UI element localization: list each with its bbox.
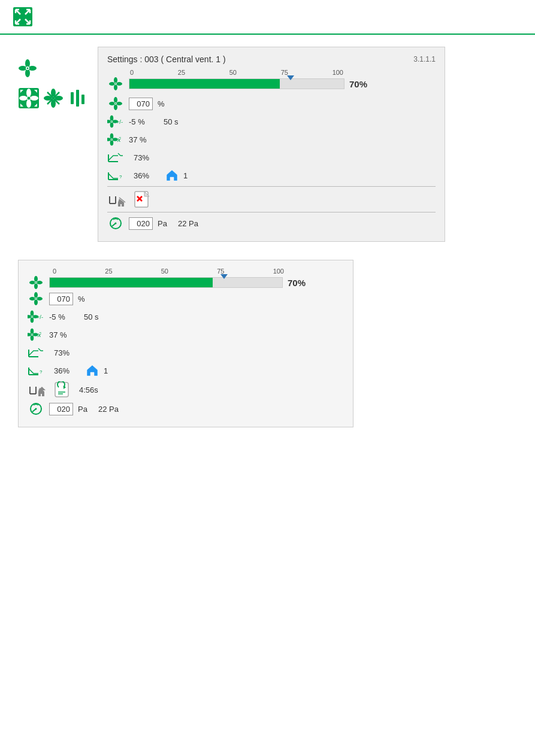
pressure-row: 020 Pa 22 Pa <box>107 216 436 230</box>
bottom-house-icon <box>86 364 99 377</box>
bottom-ramp-down-row: ? 36% 1 <box>28 363 344 378</box>
svg-point-119 <box>28 333 32 336</box>
svg-point-52 <box>116 102 122 105</box>
bottom-scale-50: 50 <box>161 268 168 275</box>
svg-point-104 <box>29 297 35 300</box>
pressure-actual: 22 Pa <box>178 219 198 228</box>
bottom-setpoint-input[interactable]: 070 <box>49 293 73 305</box>
svg-point-106 <box>35 298 37 299</box>
timer-icon <box>54 381 72 398</box>
svg-point-54 <box>109 102 115 105</box>
svg-point-102 <box>37 297 43 300</box>
svg-point-97 <box>29 281 35 284</box>
svg-point-26 <box>28 97 31 100</box>
svg-text:+/-: +/- <box>37 314 43 320</box>
bottom-pressure-row: 020 Pa 22 Pa <box>28 402 344 416</box>
svg-text:x̄: x̄ <box>37 332 42 338</box>
svg-line-75 <box>118 153 120 156</box>
bottom-pressure-input[interactable]: 020 <box>49 403 73 415</box>
svg-point-101 <box>34 292 38 298</box>
bottom-average-label: 37 % <box>49 330 67 339</box>
ramp-down-row: ? 36% 1 <box>107 168 436 183</box>
settings-header: Settings : 003 ( Central vent. 1 ) 3.1.1… <box>107 54 436 64</box>
settings-progress-bar <box>129 78 344 89</box>
settings-panel: Settings : 003 ( Central vent. 1 ) 3.1.1… <box>98 47 445 242</box>
bottom-timer-label: 4:56s <box>79 385 98 394</box>
svg-point-121 <box>32 334 33 335</box>
svg-point-118 <box>31 335 34 341</box>
bottom-progress-label: 70% <box>288 278 312 288</box>
svg-point-108 <box>31 311 34 316</box>
svg-line-125 <box>38 348 41 351</box>
svg-point-23 <box>30 96 38 101</box>
bottom-ramp-up-row: 73% <box>28 345 344 360</box>
pressure-setpoint-unit: Pa <box>158 219 167 228</box>
svg-point-56 <box>115 103 116 104</box>
deviation-time: 50 s <box>164 117 179 126</box>
svg-point-22 <box>26 89 31 97</box>
svg-text:?: ? <box>119 174 122 180</box>
bottom-deviation-time: 50 s <box>84 312 99 321</box>
progress-row: 70% <box>107 77 436 90</box>
bottom-fan-icon <box>28 276 44 289</box>
bottom-scale-100: 100 <box>273 268 284 275</box>
fan-arrows-in-icon <box>18 87 40 109</box>
scale-0: 0 <box>130 69 134 76</box>
ramp-down-house-value: 1 <box>183 171 188 180</box>
setpoint-unit: % <box>158 99 165 108</box>
house-icon <box>165 169 179 182</box>
settings-progress-label: 70% <box>349 79 373 89</box>
svg-point-99 <box>35 282 37 283</box>
bottom-setpoint-row: 070 % <box>28 292 344 306</box>
svg-point-92 <box>115 223 117 224</box>
svg-text:x̄: x̄ <box>117 136 122 143</box>
bottom-deviation-row: +/- -5 % 50 s <box>28 309 344 324</box>
svg-point-15 <box>28 66 37 71</box>
average-row: x̄ 37 % <box>107 132 436 147</box>
bottom-ramp-down-label: 36% <box>54 366 81 375</box>
svg-point-110 <box>31 317 34 323</box>
svg-point-116 <box>31 329 34 334</box>
svg-point-25 <box>19 96 28 101</box>
bottom-scale-0: 0 <box>53 268 56 275</box>
svg-rect-42 <box>81 95 84 104</box>
settings-title: Settings : 003 ( Central vent. 1 ) <box>107 54 226 64</box>
svg-point-68 <box>110 140 114 145</box>
bottom-progress-row: 70% <box>28 276 344 289</box>
svg-point-45 <box>116 82 122 86</box>
svg-point-95 <box>37 281 43 284</box>
bottom-pressure-actual: 22 Pa <box>98 405 119 414</box>
icon-group-row <box>18 87 89 109</box>
svg-rect-40 <box>71 92 74 104</box>
svg-point-19 <box>27 68 29 69</box>
svg-point-51 <box>114 97 117 103</box>
file-icon-x <box>134 190 153 208</box>
bottom-average-row: x̄ 37 % <box>28 327 344 342</box>
ramp-up-label: 73% <box>134 153 149 162</box>
ramp-down-label: 36% <box>134 171 161 180</box>
bottom-ramp-down-house-value: 1 <box>104 366 108 375</box>
scale-50: 50 <box>229 69 237 76</box>
setpoint-input[interactable]: 070 <box>129 98 153 110</box>
svg-point-16 <box>25 69 30 77</box>
deviation-percent: -5 % <box>129 117 159 126</box>
svg-point-58 <box>110 116 114 121</box>
bottom-pressure-unit: Pa <box>78 405 87 414</box>
pressure-setpoint-input[interactable]: 020 <box>129 217 153 230</box>
svg-point-24 <box>26 99 31 108</box>
scale-25: 25 <box>178 69 185 76</box>
bottom-scale-25: 25 <box>105 268 112 275</box>
svg-rect-41 <box>76 90 79 107</box>
fan-star-icon <box>43 87 64 109</box>
svg-point-14 <box>25 59 30 68</box>
timer-row <box>107 190 436 208</box>
svg-marker-130 <box>87 365 98 376</box>
divider-1 <box>107 186 436 187</box>
bottom-section: 0 25 50 75 100 <box>18 260 353 427</box>
svg-point-61 <box>107 120 111 123</box>
svg-point-94 <box>34 276 38 282</box>
svg-point-53 <box>114 104 117 110</box>
divider-2 <box>107 212 436 212</box>
bottom-timer-row: 4:56s <box>28 381 344 398</box>
bottom-setpoint-unit: % <box>78 294 85 303</box>
